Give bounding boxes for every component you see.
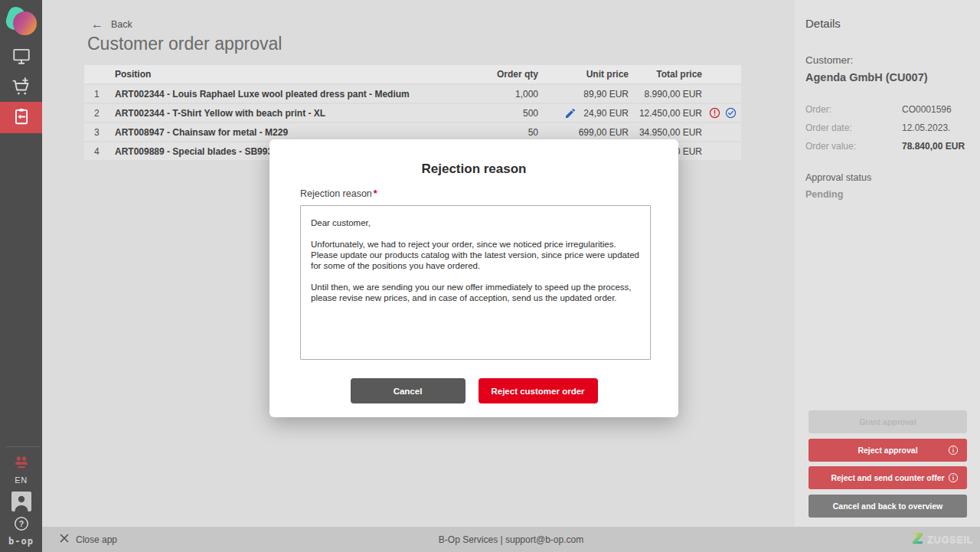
back-label: Back [111,19,132,30]
unit-price-cell: 24,90 EUR [583,108,629,119]
unit-price-cell: 89,90 EUR [583,89,629,100]
cancel-back-overview-button[interactable]: Cancel and back to overview [808,495,967,518]
bottom-bar: Close app B-Op Services | support@b-op.c… [42,527,980,552]
back-arrow-icon: ← [91,18,103,31]
rejection-reason-label: Rejection reason* [300,188,377,199]
detail-field-order-date: Order date: 12.05.2023. [805,122,968,133]
details-title: Details [805,17,968,30]
position-cell: ART002344 - Louis Raphael Luxe wool plea… [115,89,449,100]
position-cell: ART008947 - Chainsaw for metal - M229 [115,127,449,138]
rejection-reason-textarea[interactable]: Dear customer, Unfortunately, we had to … [300,205,651,360]
reject-customer-order-button[interactable]: Reject customer order [479,378,598,403]
unit-price-cell: 699,00 EUR [579,127,629,138]
modal-title: Rejection reason [270,162,678,177]
avatar-icon [11,501,31,511]
support-text: B-Op Services | support@b-op.com [42,534,980,545]
detail-field-order: Order: CO0001596 [805,104,968,115]
order-qty-cell: 1,000 [449,89,541,100]
reject-approval-button[interactable]: Reject approval [808,439,967,462]
field-value: CO0001596 [902,104,952,115]
help-button[interactable]: ? [0,515,42,534]
app-logo[interactable] [5,5,38,38]
info-circle-icon [947,444,959,458]
help-icon: ? [13,515,30,534]
sidebar-divider [6,446,40,447]
row-number: 2 [84,108,115,119]
close-app-button[interactable]: Close app [42,534,117,545]
close-app-label: Close app [76,534,117,545]
approval-actions: Grant approval Reject approval Reject an… [808,410,967,518]
sidebar: EN ? b-op [0,0,42,552]
detail-field-order-value: Order value: 78.840,00 EUR [805,141,968,152]
grant-approval-button: Grant approval [808,410,967,433]
cancel-button[interactable]: Cancel [351,378,466,403]
users-icon [11,452,31,474]
monitor-icon [11,46,31,68]
row-number: 4 [84,146,115,157]
approval-status-value: Pending [805,189,968,200]
order-qty-cell: 50 [449,127,541,138]
b-op-logo: b-op [0,536,42,547]
row-number: 1 [84,89,115,100]
sidebar-item-users[interactable] [0,452,42,473]
column-header-total-price: Total price [632,69,705,80]
field-label: Order: [805,104,902,115]
approval-status-label: Approval status [805,172,968,183]
required-asterisk: * [374,188,377,199]
column-header-unit-price: Unit price [541,69,632,80]
column-header-position: Position [115,69,449,80]
language-selector[interactable]: EN [0,475,42,485]
sidebar-item-order-approval[interactable] [0,102,42,133]
svg-text:?: ? [18,518,23,528]
table-row[interactable]: 3 ART008947 - Chainsaw for metal - M229 … [84,123,741,141]
table-row[interactable]: 1 ART002344 - Louis Raphael Luxe wool pl… [84,85,741,103]
user-avatar[interactable] [11,492,31,511]
total-price-cell: 12.450,00 EUR [632,108,705,119]
close-icon [60,534,69,545]
column-header-order-qty: Order qty [449,69,541,80]
zugseil-logo: ZUGSEIL [912,532,980,547]
details-panel: Details Customer: Agenda GmbH (CU007) Or… [795,0,980,527]
customer-value: Agenda GmbH (CU007) [805,71,968,83]
position-cell: ART002344 - T-Shirt Yellow with beach pr… [115,108,449,119]
field-value: 78.840,00 EUR [902,141,965,152]
sidebar-item-desktop[interactable] [0,44,42,69]
table-row[interactable]: 2 ART002344 - T-Shirt Yellow with beach … [84,104,741,122]
rejection-reason-modal: Rejection reason Rejection reason* Dear … [270,139,678,417]
back-button[interactable]: ← Back [91,18,132,31]
row-number: 3 [84,127,115,138]
total-price-cell: 34.950,00 EUR [632,127,705,138]
check-circle-icon[interactable] [724,106,737,119]
edit-pencil-icon[interactable] [564,107,577,119]
alert-circle-icon[interactable] [708,106,721,119]
total-price-cell: 8.990,00 EUR [632,89,705,100]
modal-actions: Cancel Reject customer order [270,378,678,403]
clipboard-arrow-icon [11,106,31,129]
sidebar-item-cart[interactable] [0,75,42,101]
cart-plus-icon [11,77,31,100]
reject-counter-offer-button[interactable]: Reject and send counter offer [808,466,967,489]
order-qty-cell: 500 [449,108,541,119]
zugseil-wordmark: ZUGSEIL [927,534,973,545]
info-circle-icon [947,472,959,485]
field-label: Order date: [805,122,902,133]
customer-label: Customer: [805,54,968,66]
zugseil-z-icon [912,532,923,547]
logo-circle-shape [13,11,37,35]
table-header-row: Position Order qty Unit price Total pric… [84,65,741,83]
field-label: Order value: [805,141,902,152]
field-value: 12.05.2023. [902,122,950,133]
page-title: Customer order approval [87,34,282,54]
